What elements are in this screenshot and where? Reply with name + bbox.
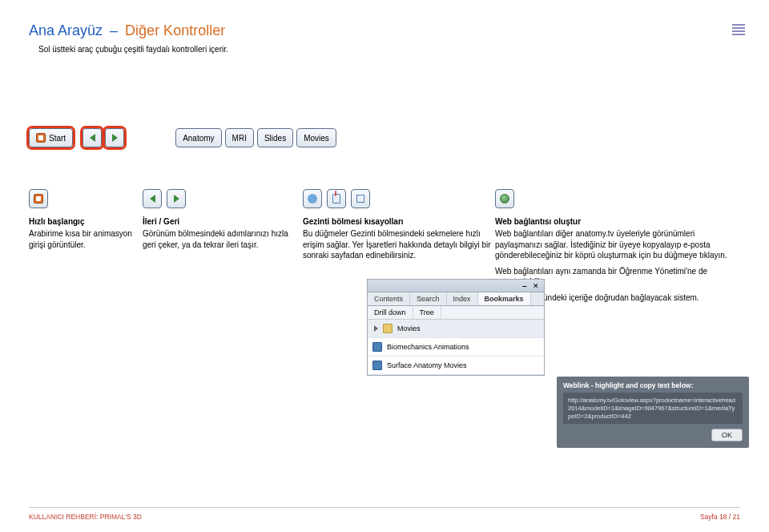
arrow-right-icon (112, 134, 118, 142)
col2-body: Görünüm bölmesindeki adımlarınızı hızla … (143, 228, 303, 250)
slides-icon (308, 194, 317, 204)
bookmark-label: Surface Anatomy Movies (387, 361, 467, 369)
col3-heading: Gezinti bölmesi kısayolları (303, 217, 495, 226)
footer-right: Sayfa 18 / 21 (700, 513, 740, 521)
weblink-button[interactable] (495, 189, 514, 208)
arrow-left-icon (150, 195, 155, 203)
ok-button[interactable]: OK (711, 429, 743, 441)
col1-body: Arabirime kısa bir animasyon girişi görü… (29, 228, 143, 250)
bookmarks-panel: ‒ ✕ Contents Search Index Bookmarks Dril… (367, 279, 545, 376)
minimize-icon[interactable]: ‒ (522, 282, 530, 290)
weblink-url[interactable]: http://anatomy.tv/Gotoview.aspx?productn… (563, 393, 743, 424)
hamburger-icon[interactable] (732, 24, 745, 35)
weblink-dialog: Weblink - highlight and copy text below:… (557, 377, 749, 448)
bookmark-item-surface[interactable]: Surface Anatomy Movies (368, 357, 544, 375)
back-button[interactable] (83, 128, 102, 147)
tab-index[interactable]: Index (447, 292, 478, 305)
tab-movies[interactable]: Movies (296, 128, 336, 147)
bookmark-label: Movies (397, 324, 421, 332)
panel-subtabs: Drill down Tree (368, 306, 544, 320)
page-footer: KULLANICI REHBERİ: PRIMAL'S 3D Sayfa 18 … (29, 507, 740, 521)
back-button-small[interactable] (143, 189, 162, 208)
weblink-title: Weblink - highlight and copy text below: (563, 381, 743, 389)
panel-titlebar: ‒ ✕ (368, 280, 544, 292)
start-icon (36, 133, 46, 143)
arrow-right-icon (174, 195, 179, 203)
col-quickstart: Hızlı başlangıç Arabirime kısa bir anima… (29, 188, 143, 308)
tab-bookmarks[interactable]: Bookmarks (478, 292, 531, 305)
title-part2: Diğer Kontroller (125, 22, 225, 38)
slide-icon (372, 361, 382, 370)
title-part1: Ana Arayüz (29, 22, 103, 38)
tab-search[interactable]: Search (410, 292, 447, 305)
start-button[interactable]: Start (29, 128, 73, 147)
close-icon[interactable]: ✕ (533, 282, 541, 290)
tab-anatomy[interactable]: Anatomy (175, 128, 221, 147)
nav-shortcut-1[interactable] (303, 189, 322, 208)
toolbar-screenshot: Start Anatomy MRI Slides Movies (29, 128, 340, 147)
forward-button-small[interactable] (167, 189, 186, 208)
bookmark-folder-movies[interactable]: Movies (368, 320, 544, 338)
panel-icon (356, 195, 364, 203)
arrow-left-icon (90, 134, 95, 142)
nav-shortcut-3[interactable] (351, 189, 370, 208)
bookmark-item-bio[interactable]: Biomechanics Animations (368, 338, 544, 357)
slide-icon (372, 342, 382, 352)
tab-mri[interactable]: MRI (225, 128, 254, 147)
nav-shortcut-2[interactable] (327, 189, 346, 208)
col1-heading: Hızlı başlangıç (29, 217, 143, 226)
col4-body1: Web bağlantıları diğer anatomy.tv üyeler… (495, 228, 735, 261)
page-title: Ana Arayüz – Diğer Kontroller (29, 22, 225, 39)
folder-icon (383, 324, 393, 333)
quickstart-icon (34, 194, 43, 204)
col3-body: Bu düğmeler Gezinti bölmesindeki sekmele… (303, 228, 495, 261)
start-label: Start (49, 134, 66, 143)
forward-button[interactable] (105, 128, 124, 147)
col4-heading: Web bağlantısı oluştur (495, 217, 735, 226)
quickstart-button[interactable] (29, 189, 48, 208)
col2-heading: İleri / Geri (143, 217, 303, 226)
subtab-tree[interactable]: Tree (413, 306, 441, 319)
bookmark-label: Biomechanics Animations (387, 343, 469, 351)
bookmark-icon (332, 194, 340, 204)
panel-tabs: Contents Search Index Bookmarks (368, 292, 544, 306)
col-nav-steps: İleri / Geri Görünüm bölmesindeki adımla… (143, 188, 303, 308)
tab-slides[interactable]: Slides (257, 128, 293, 147)
subtab-drilldown[interactable]: Drill down (368, 306, 413, 319)
globe-icon (500, 194, 509, 204)
chevron-right-icon (374, 325, 378, 332)
tab-contents[interactable]: Contents (368, 292, 410, 305)
title-dash: – (110, 22, 118, 38)
footer-left: KULLANICI REHBERİ: PRIMAL'S 3D (29, 513, 142, 521)
intro-text: Sol üstteki araç çubuğu çeşitli faydalı … (38, 45, 228, 54)
